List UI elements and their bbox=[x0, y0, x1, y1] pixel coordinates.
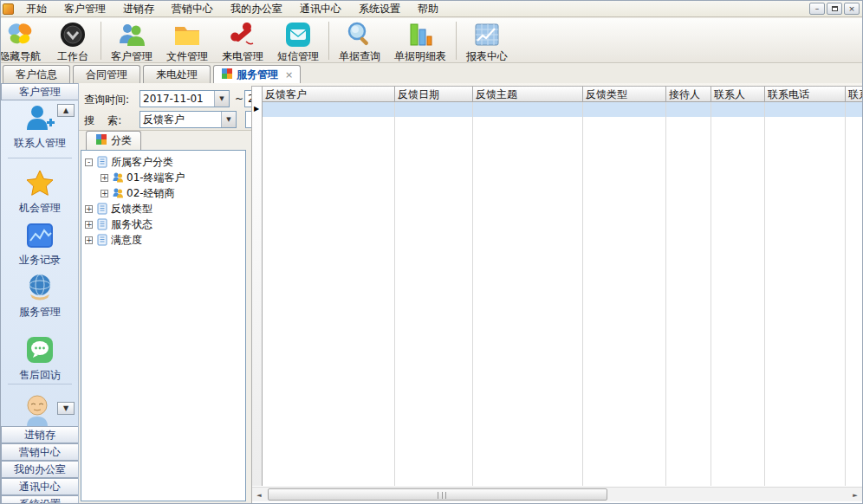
sidebar-group-my-office[interactable]: 我的办公室 bbox=[1, 461, 79, 478]
chevron-down-icon[interactable]: ▼ bbox=[221, 112, 236, 127]
toolbar-separator bbox=[456, 22, 457, 60]
column-receptionist: 接待人 bbox=[666, 87, 711, 486]
tab-service-mgmt[interactable]: 服务管理 × bbox=[213, 65, 301, 83]
column-contact-phone: 联系电话 bbox=[765, 87, 846, 486]
tree-node-terminal-customer[interactable]: + 01-终端客户 bbox=[83, 170, 243, 185]
tree-node-label: 02-经销商 bbox=[127, 186, 175, 201]
menu-bar: 开始 客户管理 进销存 营销中心 我的办公室 通讯中心 系统设置 帮助 – × bbox=[1, 1, 862, 17]
restore-button[interactable] bbox=[827, 3, 842, 15]
toolbar-doc-detail[interactable]: 单据明细表 bbox=[387, 20, 453, 65]
menu-customer-mgmt[interactable]: 客户管理 bbox=[55, 0, 114, 18]
column-contact: 联系人 bbox=[711, 87, 765, 486]
star-icon[interactable] bbox=[24, 168, 55, 199]
scroll-right-icon[interactable]: ► bbox=[848, 488, 862, 501]
tab-label: 合同管理 bbox=[86, 68, 127, 82]
sidebar-item-after-sales[interactable]: 售后回访 bbox=[1, 368, 79, 383]
column-header[interactable]: 反馈日期 bbox=[395, 87, 473, 102]
toolbar-workbench[interactable]: 工作台 bbox=[48, 20, 98, 65]
category-panel: 分类 - 所属客户分类 + 01-终端客户 + 02-经销商 bbox=[81, 131, 248, 503]
expand-icon[interactable]: + bbox=[85, 221, 93, 229]
tab-call-handling[interactable]: 来电处理 bbox=[143, 65, 211, 83]
tab-contract-mgmt[interactable]: 合同管理 bbox=[73, 65, 140, 83]
sidebar-group-customer-mgmt[interactable]: 客户管理 bbox=[1, 83, 79, 100]
sidebar-group-comm-center[interactable]: 通讯中心 bbox=[1, 478, 79, 495]
sidebar-item-business-records[interactable]: 业务记录 bbox=[1, 253, 79, 268]
toolbar-customer-mgmt[interactable]: 客户管理 bbox=[104, 20, 159, 65]
tree-node-service-status[interactable]: + 服务状态 bbox=[83, 216, 243, 232]
tab-category[interactable]: 分类 bbox=[86, 131, 141, 150]
clipboard-icon bbox=[96, 156, 108, 168]
menu-comm-center[interactable]: 通讯中心 bbox=[291, 0, 350, 18]
close-tab-icon[interactable]: × bbox=[285, 69, 293, 81]
tree-node-feedback-type[interactable]: + 反馈类型 bbox=[83, 201, 243, 216]
toolbar-hide-nav[interactable]: 隐藏导航 bbox=[0, 20, 48, 65]
tab-label: 服务管理 bbox=[237, 68, 278, 82]
sidebar-item-service-mgmt[interactable]: 服务管理 bbox=[1, 305, 79, 320]
sidebar-item-opportunity-mgmt[interactable]: 机会管理 bbox=[1, 201, 79, 216]
sidebar-item-contact-mgmt[interactable]: 联系人管理 bbox=[1, 136, 79, 151]
toolbar-doc-query[interactable]: 单据查询 bbox=[332, 20, 387, 65]
toolbar-separator bbox=[328, 22, 329, 60]
scroll-left-icon[interactable]: ◄ bbox=[252, 488, 266, 501]
toolbar-label: 报表中心 bbox=[466, 49, 508, 64]
column-header[interactable]: 联系 bbox=[846, 87, 862, 102]
menu-start[interactable]: 开始 bbox=[17, 0, 55, 18]
column-header[interactable]: 反馈主题 bbox=[473, 87, 583, 102]
menu-help[interactable]: 帮助 bbox=[409, 0, 447, 18]
scrollbar-thumb[interactable] bbox=[268, 488, 607, 501]
sidebar-group-inventory[interactable]: 进销存 bbox=[1, 426, 79, 443]
toolbar-file-mgmt[interactable]: 文件管理 bbox=[159, 20, 215, 65]
tree-node-customer-category[interactable]: - 所属客户分类 bbox=[83, 154, 243, 170]
chevron-down-icon[interactable]: ▼ bbox=[214, 91, 229, 107]
column-header[interactable]: 反馈客户 bbox=[263, 87, 395, 102]
expand-down-button[interactable]: ▼ bbox=[57, 402, 75, 415]
column-header[interactable]: 反馈类型 bbox=[583, 87, 666, 102]
query-time-label: 查询时间: bbox=[84, 93, 129, 107]
service-globe-icon[interactable] bbox=[24, 272, 55, 303]
menu-marketing[interactable]: 营销中心 bbox=[163, 0, 222, 18]
chat-bubble-icon[interactable] bbox=[24, 334, 55, 365]
phone-icon bbox=[228, 21, 257, 48]
users-pair-icon bbox=[112, 171, 124, 184]
tree-node-distributor[interactable]: + 02-经销商 bbox=[83, 185, 243, 201]
toolbar-label: 工作台 bbox=[57, 49, 88, 64]
expand-icon[interactable]: + bbox=[85, 205, 93, 213]
menu-inventory[interactable]: 进销存 bbox=[114, 0, 163, 18]
search-doc-icon bbox=[345, 21, 374, 48]
expand-icon[interactable]: + bbox=[101, 190, 108, 197]
tab-customer-info[interactable]: 客户信息 bbox=[3, 65, 70, 83]
search-field-combo[interactable]: 反馈客户 ▼ bbox=[140, 111, 237, 128]
horizontal-scrollbar[interactable]: ◄ ► bbox=[252, 487, 862, 501]
sms-icon bbox=[283, 21, 313, 48]
menu-my-office[interactable]: 我的办公室 bbox=[222, 0, 291, 18]
menu-system-settings[interactable]: 系统设置 bbox=[350, 0, 409, 18]
tree-node-satisfaction[interactable]: + 满意度 bbox=[83, 232, 243, 248]
collapse-up-button[interactable]: ▲ bbox=[57, 104, 75, 117]
toolbar-label: 短信管理 bbox=[277, 49, 319, 64]
business-records-icon[interactable] bbox=[24, 220, 55, 251]
person-avatar-icon bbox=[20, 392, 55, 427]
toolbar-report-center[interactable]: 报表中心 bbox=[459, 20, 515, 65]
column-header[interactable]: 联系人 bbox=[711, 87, 765, 102]
collapse-icon[interactable]: - bbox=[85, 158, 93, 166]
sidebar-group-system-settings[interactable]: 系统设置 bbox=[1, 495, 79, 504]
date-from-combo[interactable]: 2017-11-01 ▼ bbox=[140, 90, 230, 107]
contact-person-icon[interactable] bbox=[24, 103, 55, 134]
crm-window: { "menubar": { "items": ["开始", "客户管理", "… bbox=[0, 0, 863, 504]
close-button[interactable]: × bbox=[844, 3, 860, 15]
clipboard-icon bbox=[96, 218, 108, 230]
expand-icon[interactable]: + bbox=[101, 174, 108, 182]
column-header[interactable]: 接待人 bbox=[666, 87, 711, 102]
column-header[interactable]: 联系电话 bbox=[765, 87, 846, 102]
sidebar-group-marketing[interactable]: 营销中心 bbox=[1, 443, 79, 461]
app-icon bbox=[3, 3, 14, 15]
toolbar-call-mgmt[interactable]: 来电管理 bbox=[215, 20, 270, 65]
toolbar-label: 单据明细表 bbox=[394, 49, 446, 64]
minimize-button[interactable]: – bbox=[809, 3, 825, 15]
clock-icon bbox=[58, 21, 88, 48]
expand-icon[interactable]: + bbox=[85, 236, 93, 244]
window-controls: – × bbox=[809, 3, 862, 15]
toolbar-sms-mgmt[interactable]: 短信管理 bbox=[270, 20, 326, 65]
sidebar-divider bbox=[8, 384, 72, 384]
report-icon bbox=[472, 21, 502, 48]
